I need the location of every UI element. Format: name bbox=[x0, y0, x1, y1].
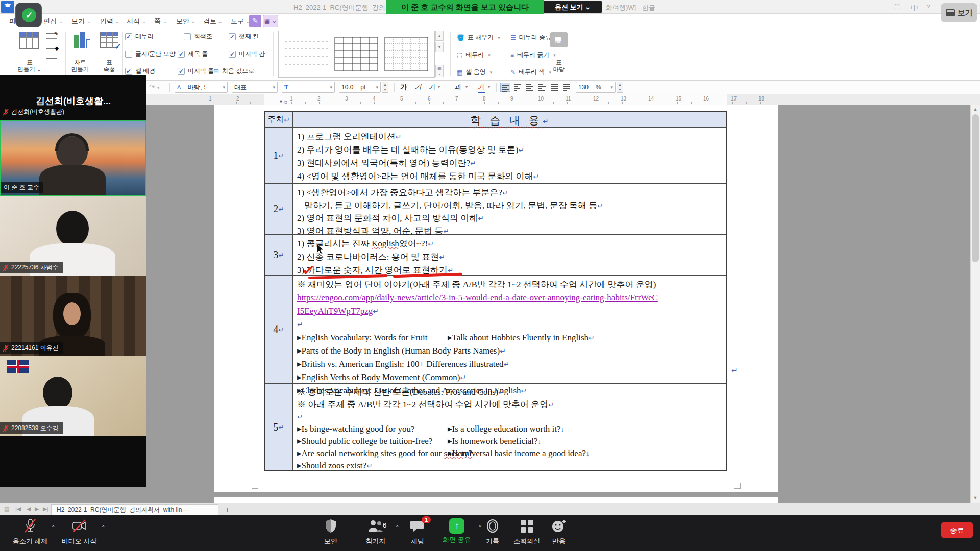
checkbox-회색조[interactable]: 회색조 bbox=[184, 32, 212, 41]
unmute-button[interactable]: 음소거 해제 bbox=[8, 518, 52, 546]
margin-marker[interactable]: ◻ bbox=[284, 100, 287, 104]
table-style-thumb[interactable] bbox=[334, 35, 379, 73]
font-select[interactable]: T▾ bbox=[282, 82, 335, 93]
ribbon-테두리[interactable]: ⬚테두리▾ bbox=[457, 51, 491, 59]
participant-tile[interactable]: 22082539 오수경 bbox=[0, 356, 146, 436]
table-style-thumb[interactable] bbox=[384, 35, 429, 73]
gallery-expand-icon[interactable]: ▦⌄ bbox=[435, 65, 444, 77]
menu-입력[interactable]: 입력⌄ bbox=[100, 17, 119, 26]
participant-tile[interactable]: 김선희(비호생활...김선희(비호생활관) bbox=[0, 75, 146, 120]
checkbox-테두리[interactable]: ✓테두리 bbox=[125, 32, 154, 41]
table-draw-icon[interactable]: ✎ bbox=[46, 33, 57, 43]
last-tab-icon[interactable]: ▶| bbox=[43, 506, 48, 512]
gallery-up-icon[interactable]: ▲ bbox=[435, 31, 444, 41]
rep-select[interactable]: 대표▾ bbox=[232, 82, 278, 93]
gallery-down-icon[interactable]: ▼ bbox=[435, 42, 444, 52]
table-style-thumb[interactable] bbox=[284, 35, 329, 73]
ruler-tick bbox=[622, 102, 623, 104]
checkbox-첫째 칸[interactable]: ✓첫째 칸 bbox=[229, 32, 259, 41]
underline-caret-icon[interactable]: ▾ bbox=[438, 85, 440, 89]
align-icon-3[interactable] bbox=[537, 83, 547, 92]
scroll-up-icon[interactable]: ▲ bbox=[971, 105, 980, 114]
create-table-icon[interactable] bbox=[19, 32, 39, 49]
menu-편집[interactable]: 편집⌄ bbox=[43, 17, 63, 26]
fullscreen-icon[interactable]: ⛶ bbox=[895, 3, 899, 11]
font-size-input[interactable]: 10.0pt▾ bbox=[339, 82, 381, 93]
video-caret-icon[interactable]: ⌃ bbox=[101, 524, 105, 530]
font-color-caret-icon[interactable]: ▾ bbox=[488, 85, 490, 89]
syllabus-table[interactable]: 주차↵학 습 내 용↵1↵1) 프로그램 오리엔테이션↵2) 우리가 영어를 배… bbox=[264, 111, 727, 471]
ribbon-셀 음영[interactable]: ▦셀 음영▾ bbox=[457, 68, 492, 77]
redo-icon[interactable]: ↷ ▾ bbox=[149, 83, 159, 91]
toolbar-rooms-button[interactable]: 소회의실 bbox=[511, 518, 542, 546]
underline-button[interactable]: 가 bbox=[429, 83, 436, 92]
vertical-scrollbar[interactable]: ▲ ▼ bbox=[970, 105, 980, 503]
create-table-caption[interactable]: 표만들기 ⌄ bbox=[15, 59, 44, 73]
menu-쪽[interactable]: 쪽⌄ bbox=[154, 17, 167, 26]
reset-values-button[interactable]: ⊞ 처음 값으로 bbox=[213, 67, 254, 76]
align-icon-2[interactable] bbox=[525, 83, 535, 92]
table-design-tool-icon[interactable]: ✎ bbox=[249, 15, 261, 27]
bold-button[interactable]: 가 bbox=[400, 83, 407, 92]
toolbar-share-button[interactable]: ↑화면 공유 bbox=[440, 518, 474, 544]
document-page[interactable]: 주차↵학 습 내 용↵1↵1) 프로그램 오리엔테이션↵2) 우리가 영어를 배… bbox=[214, 105, 778, 503]
help-icon[interactable]: ? bbox=[926, 3, 930, 11]
tab-list-icon[interactable]: ▤ bbox=[4, 506, 9, 512]
strike-caret-icon[interactable]: ▾ bbox=[465, 85, 468, 89]
style-select[interactable]: A≣바탕글▾ bbox=[175, 82, 228, 93]
ribbon-테두리 굵기[interactable]: ≡테두리 굵기▾ bbox=[510, 51, 556, 59]
table-properties-caption[interactable]: 표속성 bbox=[97, 59, 121, 73]
end-meeting-button[interactable]: 종료 bbox=[941, 522, 973, 538]
table-erase-icon[interactable]: ◆ bbox=[46, 48, 57, 59]
align-icon-5[interactable] bbox=[561, 83, 572, 92]
zoom-stepper[interactable]: ▲▼ bbox=[617, 82, 623, 93]
toolbar-record-button[interactable]: 기록 bbox=[480, 518, 505, 546]
table-layout-tool-icon[interactable]: ▦ ⌄ bbox=[263, 15, 278, 27]
mute-caret-icon[interactable]: ⌃ bbox=[51, 524, 55, 530]
checkbox-셀 배경[interactable]: ✓셀 배경 bbox=[125, 67, 155, 76]
participants-caret-icon[interactable]: ⌃ bbox=[395, 524, 399, 530]
checkbox-마지막 줄[interactable]: ✓마지막 줄 bbox=[178, 67, 214, 76]
participant-tile[interactable]: 이 준 호 교수 bbox=[0, 120, 146, 196]
create-chart-caption[interactable]: 차트만들기 bbox=[67, 59, 93, 73]
prev-tab-icon[interactable]: ◀ bbox=[27, 506, 31, 512]
table-properties-icon[interactable]: ✓ bbox=[100, 32, 118, 48]
split-view-icon[interactable]: +|+ bbox=[910, 3, 919, 11]
table-madang-icon[interactable] bbox=[550, 32, 568, 47]
scroll-down-icon[interactable]: ▼ bbox=[971, 494, 980, 503]
align-icon-1[interactable] bbox=[512, 83, 523, 92]
table-style-gallery[interactable] bbox=[278, 31, 435, 78]
horizontal-ruler[interactable]: 21123456789101112131415161718 ▼ ◻ bbox=[0, 94, 980, 105]
strike-button[interactable]: 과 bbox=[454, 83, 461, 92]
scroll-thumb[interactable] bbox=[972, 114, 979, 262]
toolbar-react-button[interactable]: 반응 bbox=[546, 518, 572, 546]
font-color-button[interactable]: 가 bbox=[478, 83, 485, 93]
add-tab-button[interactable]: + bbox=[223, 505, 232, 514]
view-options-button[interactable]: 옵션 보기 ⌄ bbox=[544, 1, 602, 13]
checkbox-제목 줄[interactable]: ✓제목 줄 bbox=[178, 49, 208, 58]
toolbar-security-button[interactable]: 보안 bbox=[315, 518, 346, 546]
first-tab-icon[interactable]: |◀ bbox=[15, 506, 21, 512]
font-size-stepper[interactable]: ▲▼ bbox=[382, 82, 388, 93]
italic-button[interactable]: 가 bbox=[414, 83, 422, 92]
menu-서식[interactable]: 서식⌄ bbox=[127, 17, 146, 26]
start-video-button[interactable]: 비디오 시작 bbox=[57, 518, 101, 546]
menu-도구[interactable]: 도구⌄ bbox=[231, 17, 250, 26]
table-madang-caption[interactable]: 표마당 bbox=[547, 59, 571, 73]
align-icon-4[interactable] bbox=[549, 83, 559, 92]
menu-보기[interactable]: 보기⌄ bbox=[71, 17, 91, 26]
next-tab-icon[interactable]: ▶ bbox=[35, 506, 39, 512]
menu-검토[interactable]: 검토⌄ bbox=[203, 17, 223, 26]
document-tab[interactable]: H2_2022-1_RC(영미문행_강의계획서_with lin··· bbox=[51, 504, 218, 516]
zoom-view-button[interactable]: 보기 bbox=[941, 3, 977, 22]
participant-tile[interactable]: 22214161 이유진 bbox=[0, 276, 146, 356]
ribbon-표 채우기[interactable]: 🪣표 채우기▾ bbox=[457, 33, 500, 42]
checkbox-글자/문단 모양[interactable]: 글자/문단 모양 bbox=[125, 49, 176, 58]
checkbox-마지막 칸[interactable]: ✓마지막 칸 bbox=[229, 49, 265, 58]
menu-보안[interactable]: 보안⌄ bbox=[176, 17, 195, 26]
participant-tile[interactable]: 22225736 차범수 bbox=[0, 196, 146, 276]
align-icon-0[interactable] bbox=[500, 83, 510, 92]
indent-marker[interactable]: ▼ bbox=[279, 99, 283, 104]
zoom-level-input[interactable]: 130%▾ bbox=[576, 82, 616, 93]
ribbon-테두리 색[interactable]: ✎테두리 색▾ bbox=[510, 68, 551, 77]
